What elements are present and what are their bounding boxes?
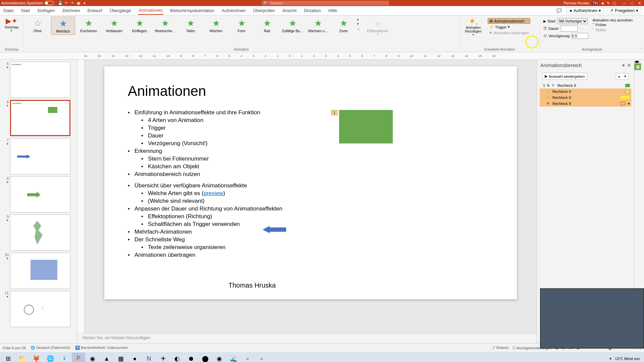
app-icon-4[interactable]: ◐ — [170, 353, 184, 362]
green-rectangle-shape[interactable] — [339, 110, 393, 143]
move-down-icon[interactable]: ▼ — [622, 73, 628, 79]
vorschau-button[interactable]: ▶✦ Vorschau ▾ — [5, 17, 19, 32]
app-icon-6[interactable]: ⬤ — [199, 353, 212, 362]
maximize-icon[interactable]: □ — [629, 1, 635, 5]
thumb-10[interactable] — [10, 253, 70, 289]
aufzeichnen-button[interactable]: ● Aufzeichnen ▾ — [567, 7, 604, 14]
anim-teilen[interactable]: ★Teilen — [178, 17, 203, 34]
dauer-input[interactable] — [561, 25, 578, 32]
anim-item-4[interactable]: ★Rechteck 9▾ — [540, 101, 631, 107]
preview-link[interactable]: preview — [204, 190, 223, 196]
firefox-icon[interactable]: 🦊 — [30, 353, 43, 362]
search-box[interactable]: 🔍 Suchen — [262, 1, 389, 5]
system-tray[interactable]: ☀ 13°C Meist son — [609, 357, 643, 361]
slide-footer[interactable]: Thomas Hruska — [228, 282, 276, 289]
move-up-icon[interactable]: ▲ — [616, 73, 622, 79]
chrome-icon[interactable]: 🌐 — [44, 353, 57, 362]
anim-pane-dropdown-icon[interactable]: ▾ — [622, 62, 625, 68]
autosave-toggle[interactable]: Automatisches Speichern — [1, 1, 54, 5]
thumb-5[interactable]: Animationen· · · · — [10, 62, 70, 98]
explorer-icon[interactable]: 📁 — [15, 353, 29, 362]
slide-counter[interactable]: Folie 6 von 26 — [3, 346, 26, 350]
anim-mehrfach[interactable]: ★Mehrfach — [51, 17, 75, 35]
anim-ohne[interactable]: ☆Ohne — [25, 17, 50, 34]
anim-erscheinen[interactable]: ★Erscheinen — [76, 17, 101, 34]
tab-start[interactable]: Start — [20, 7, 31, 14]
edge-icon[interactable]: 🌊 — [227, 353, 240, 362]
slide[interactable]: Animationen Einführung in Animationseffe… — [104, 66, 517, 299]
verzoegerung-input[interactable] — [572, 33, 588, 39]
app-icon-7[interactable]: ◉ — [213, 353, 226, 362]
frueher-button[interactable]: ˄ Früher — [592, 23, 633, 27]
anim-hinzufuegen-button[interactable]: ★+ Animation hinzufügen ▾ — [462, 17, 485, 36]
save-icon[interactable]: 💾 — [58, 1, 63, 5]
tab-hilfe[interactable]: Hilfe — [328, 7, 338, 14]
vlc-icon[interactable]: ▲ — [100, 353, 113, 362]
anim-wischen[interactable]: ★Wischen — [204, 17, 228, 34]
tab-dictation[interactable]: Dictation — [303, 7, 322, 14]
tab-ueberpruefen[interactable]: Überprüfen — [252, 7, 275, 14]
animation-tag[interactable]: 1 — [331, 110, 338, 115]
animationsbereich-button[interactable]: ▤ Animationsbereich — [488, 18, 530, 24]
lang-indicator[interactable]: 🌐 Deutsch (Österreich) — [31, 346, 70, 350]
outlook-icon[interactable]: 📧 — [58, 353, 71, 362]
close-icon[interactable]: ✕ — [636, 1, 643, 5]
anim-item-3[interactable]: ★Rechteck 9 — [540, 95, 631, 101]
onenote-icon[interactable]: N — [142, 353, 156, 362]
telegram-icon[interactable]: ✈ — [156, 353, 170, 362]
qat-more-icon[interactable]: ▾ — [82, 1, 87, 5]
accessibility-indicator[interactable]: ♿ Barrierefreiheit: Untersuchen — [75, 346, 128, 350]
tab-entwurf[interactable]: Entwurf — [87, 7, 103, 14]
ribbon-collapse-icon[interactable]: ˅ — [641, 48, 643, 51]
tab-aufzeichnen[interactable]: Aufzeichnen — [221, 7, 247, 14]
anim-zoom[interactable]: ★Zoom — [331, 17, 356, 34]
app-icon-3[interactable]: ● — [128, 353, 142, 362]
app-icon-5[interactable]: ⏺ — [184, 353, 198, 362]
trigger-button[interactable]: ⚡ Trigger ▾ — [488, 24, 530, 29]
anim-item-1[interactable]: 1🖱★Rechteck 9 — [540, 82, 631, 88]
thumb-6[interactable]: Animationen — [10, 100, 70, 136]
thumb-7[interactable] — [10, 138, 70, 174]
user-avatar[interactable]: TH — [592, 1, 599, 5]
slide-title[interactable]: Animationen — [128, 83, 493, 99]
slide-thumbnails[interactable]: 5★Animationen· · · · 6★Animationen 7★ 8★… — [0, 60, 77, 343]
tab-zeichnen[interactable]: Zeichnen — [61, 7, 80, 14]
freigeben-button[interactable]: ↗ Freigeben ▾ — [607, 7, 641, 14]
anim-hineinschw[interactable]: ★Hineinschw… — [153, 17, 177, 34]
app-icon-8[interactable]: ▫ — [241, 353, 254, 362]
pen-icon[interactable]: ✎ — [607, 1, 610, 5]
app-icon-1[interactable]: ◉ — [86, 353, 99, 362]
anim-item-2[interactable]: ★Rechteck 9 — [540, 88, 631, 95]
user-name[interactable]: Thomas Hruska — [563, 1, 589, 5]
slide-canvas[interactable]: Animationen Einführung in Animationseffe… — [85, 60, 537, 333]
anim-pane-close-icon[interactable]: ✕ — [627, 62, 631, 68]
notizen-button[interactable]: 📝 Notizen — [491, 346, 509, 350]
app-icon-9[interactable]: ▫ — [255, 353, 268, 362]
app-icon-2[interactable]: ▦ — [114, 353, 127, 362]
start-select[interactable]: Mit Vorheriger — [557, 18, 588, 24]
tab-einfuegen[interactable]: Einfügen — [37, 7, 55, 14]
anim-form[interactable]: ★Form — [229, 17, 254, 34]
strip-tool-icon[interactable]: ▦ — [634, 63, 641, 70]
anim-verblassen[interactable]: ★Verblassen — [102, 17, 126, 34]
comments-button[interactable]: 💬 — [554, 7, 564, 14]
diamond-icon[interactable]: ◈ — [601, 1, 604, 5]
slideshow-icon[interactable]: ▣ — [76, 1, 81, 5]
anim-einfliegen[interactable]: ★Einfliegen — [127, 17, 152, 34]
animation-gallery-more[interactable]: ▴▾⌄ — [357, 17, 363, 31]
weather-icon[interactable]: ☀ — [609, 357, 612, 361]
start-button[interactable]: ⊞ — [1, 353, 15, 362]
tab-animationen[interactable]: Animationen — [138, 6, 163, 15]
anim-zufaellige[interactable]: ★Zufällige Ba… — [280, 17, 305, 34]
tab-uebergaenge[interactable]: Übergänge — [109, 7, 132, 14]
minimize-icon[interactable]: — — [621, 1, 628, 5]
undo-icon[interactable]: ↶ — [64, 1, 69, 5]
powerpoint-icon[interactable]: P — [72, 353, 85, 362]
tab-bildschirm[interactable]: Bildschirmpräsentation — [169, 7, 215, 14]
autosave-switch[interactable] — [45, 1, 54, 5]
redo-icon[interactable]: ↷ — [70, 1, 75, 5]
item-dropdown-icon[interactable]: ▾ — [628, 102, 630, 106]
tab-datei[interactable]: Datei — [3, 7, 14, 14]
anim-rad[interactable]: ★Rad — [255, 17, 279, 34]
notes-pane[interactable]: Klicken Sie, um Notizen hinzuzufügen — [77, 333, 537, 343]
